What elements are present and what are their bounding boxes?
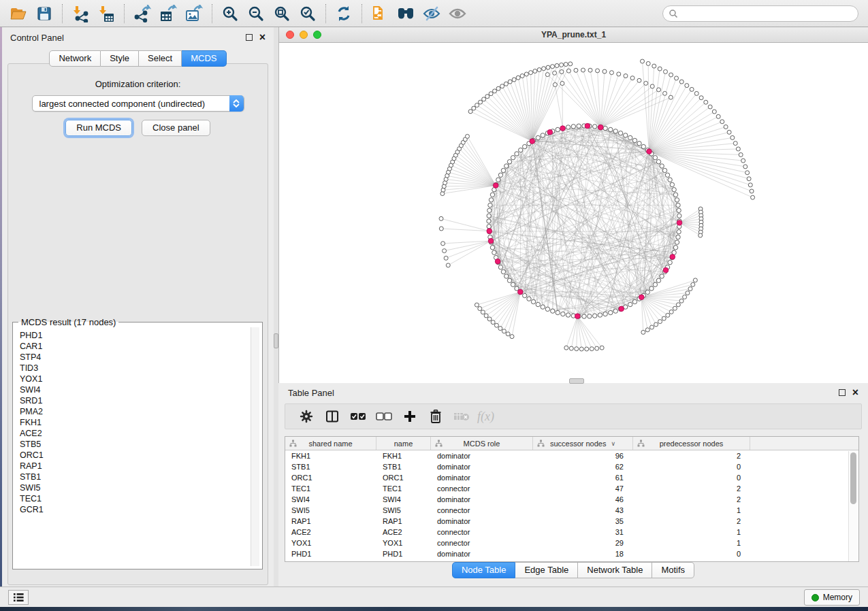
graph-node[interactable] xyxy=(609,127,613,131)
graph-node[interactable] xyxy=(739,152,743,156)
graph-node[interactable] xyxy=(653,156,657,160)
graph-node[interactable] xyxy=(556,310,560,314)
graph-node[interactable] xyxy=(675,76,679,80)
graph-node[interactable] xyxy=(588,314,592,318)
table-tab-network-table[interactable]: Network Table xyxy=(578,562,652,578)
mcds-result-item[interactable]: RAP1 xyxy=(20,461,259,472)
graph-node[interactable] xyxy=(658,320,662,324)
graph-node[interactable] xyxy=(624,133,628,137)
graph-node[interactable] xyxy=(679,80,684,84)
table-cell[interactable]: 0 xyxy=(633,461,750,472)
graph-node[interactable] xyxy=(488,203,492,207)
graph-node[interactable] xyxy=(649,286,654,291)
graph-node[interactable] xyxy=(533,69,537,73)
mcds-result-item[interactable]: STP4 xyxy=(20,352,259,363)
graph-node[interactable] xyxy=(439,216,443,220)
graph-node[interactable] xyxy=(720,120,724,124)
graph-node[interactable] xyxy=(511,282,515,286)
table-cell[interactable]: 2 xyxy=(633,450,750,461)
table-row[interactable]: STB1STB1dominator620 xyxy=(285,461,858,472)
table-cell[interactable]: STB1 xyxy=(285,461,376,472)
graph-node[interactable] xyxy=(637,142,641,146)
clone-network-button[interactable] xyxy=(367,2,393,25)
graph-node[interactable] xyxy=(569,346,573,350)
mcds-result-item[interactable]: SWI5 xyxy=(20,482,259,493)
graph-node[interactable] xyxy=(574,68,578,72)
graph-node[interactable] xyxy=(750,189,754,193)
graph-node[interactable] xyxy=(704,100,708,104)
graph-node[interactable] xyxy=(676,235,680,239)
table-row[interactable]: ORC1ORC1dominator610 xyxy=(285,472,858,483)
table-cell[interactable]: 1 xyxy=(633,538,750,548)
graph-node[interactable] xyxy=(500,84,504,88)
graph-node[interactable] xyxy=(641,144,645,148)
graph-node[interactable] xyxy=(708,105,712,109)
graph-node[interactable] xyxy=(498,327,502,331)
graph-node[interactable] xyxy=(641,330,645,334)
graph-node[interactable] xyxy=(637,78,641,82)
export-image-button[interactable] xyxy=(181,2,207,25)
graph-node[interactable] xyxy=(690,87,694,91)
graph-node[interactable] xyxy=(663,69,667,73)
search-input[interactable] xyxy=(678,7,858,20)
graph-node[interactable] xyxy=(553,82,557,86)
import-table-button[interactable] xyxy=(93,2,119,25)
mcds-result-item[interactable]: TID3 xyxy=(20,363,259,374)
select-all-columns-button[interactable] xyxy=(345,406,371,427)
mcds-result-item[interactable]: ACE2 xyxy=(20,428,259,439)
optimization-select[interactable]: largest connected component (undirected) xyxy=(32,95,244,112)
table-cell[interactable]: TEC1 xyxy=(285,483,376,494)
graph-node[interactable] xyxy=(507,278,511,282)
memory-button[interactable]: Memory xyxy=(804,589,860,606)
graph-node[interactable] xyxy=(590,347,594,351)
graph-node[interactable] xyxy=(489,198,493,202)
graph-node[interactable] xyxy=(698,233,703,237)
table-cell[interactable]: 35 xyxy=(533,516,633,527)
graph-node[interactable] xyxy=(487,214,491,218)
table-row[interactable]: ACE2ACE2connector311 xyxy=(285,527,858,538)
graph-node[interactable] xyxy=(660,274,664,278)
network-window-titlebar[interactable]: YPA_prune.txt_1 xyxy=(279,27,868,43)
graph-node[interactable] xyxy=(566,313,570,317)
table-tab-node-table[interactable]: Node Table xyxy=(452,562,516,578)
table-settings-button[interactable] xyxy=(293,406,319,427)
graph-node[interactable] xyxy=(617,72,621,76)
table-cell[interactable]: STB1 xyxy=(376,461,431,472)
table-row[interactable]: SWI4SWI4dominator462 xyxy=(285,494,858,505)
graph-node[interactable] xyxy=(656,278,660,282)
graph-node-dominator[interactable] xyxy=(639,295,644,300)
graph-node[interactable] xyxy=(508,80,512,84)
graph-node[interactable] xyxy=(677,229,681,233)
graph-node[interactable] xyxy=(468,110,472,114)
graph-node[interactable] xyxy=(582,314,586,318)
table-cell[interactable]: connector xyxy=(431,538,533,548)
table-cell[interactable]: SWI4 xyxy=(376,494,431,505)
graph-node[interactable] xyxy=(600,346,604,350)
graph-node[interactable] xyxy=(524,72,528,76)
graph-node[interactable] xyxy=(487,317,492,321)
graph-node[interactable] xyxy=(560,82,564,86)
graph-node[interactable] xyxy=(546,65,550,69)
graph-node[interactable] xyxy=(676,203,680,207)
zoom-selected-button[interactable] xyxy=(295,2,321,25)
graph-node[interactable] xyxy=(496,178,500,182)
show-all-button[interactable] xyxy=(445,2,470,25)
graph-node[interactable] xyxy=(716,114,720,118)
graph-node[interactable] xyxy=(511,156,515,160)
graph-node-dominator[interactable] xyxy=(619,306,624,312)
table-tab-motifs[interactable]: Motifs xyxy=(652,562,694,578)
graph-node[interactable] xyxy=(541,305,545,309)
graph-node-dominator[interactable] xyxy=(495,259,500,264)
graph-node-dominator[interactable] xyxy=(547,129,553,135)
tab-network[interactable]: Network xyxy=(49,50,101,67)
delete-column-button[interactable] xyxy=(423,406,449,427)
table-row[interactable]: RAP1RAP1dominator352 xyxy=(285,516,858,527)
graph-node[interactable] xyxy=(727,130,731,134)
graph-node[interactable] xyxy=(566,69,570,73)
graph-node[interactable] xyxy=(484,314,488,318)
graph-node[interactable] xyxy=(724,125,728,129)
table-cell[interactable]: ACE2 xyxy=(376,527,431,538)
graph-node[interactable] xyxy=(663,91,667,95)
table-cell[interactable]: 31 xyxy=(533,527,633,538)
table-cell[interactable]: SWI5 xyxy=(285,505,376,516)
